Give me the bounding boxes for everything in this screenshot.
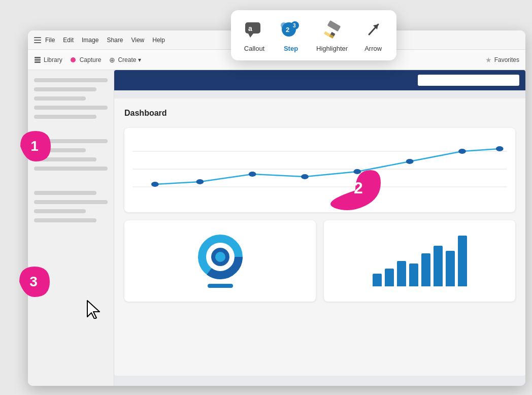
step-marker-1: 1 — [15, 126, 56, 167]
bar-8 — [458, 236, 467, 286]
step-1-number: 1 — [30, 138, 39, 154]
mouse-cursor — [85, 300, 102, 319]
svg-rect-12 — [35, 57, 41, 58]
search-bar[interactable] — [418, 75, 519, 86]
floating-toolbar: a Callout 2 3 Step H — [231, 10, 396, 60]
svg-point-20 — [249, 172, 256, 177]
menu-edit[interactable]: Edit — [63, 37, 74, 44]
top-bar — [114, 70, 525, 90]
bar-3 — [397, 261, 406, 286]
svg-point-18 — [151, 182, 159, 187]
svg-point-23 — [406, 159, 414, 164]
donut-base — [208, 284, 233, 288]
svg-text:3: 3 — [293, 23, 296, 28]
svg-point-6 — [281, 22, 287, 28]
bar-4 — [409, 264, 418, 286]
svg-point-29 — [215, 252, 225, 262]
sidebar-line-12 — [34, 209, 86, 213]
sidebar-line-9 — [34, 167, 108, 171]
svg-rect-7 — [327, 20, 341, 31]
library-icon — [34, 56, 41, 63]
favorites-button[interactable]: ★ Favorites — [485, 56, 519, 64]
svg-point-24 — [458, 149, 466, 154]
bar-6 — [434, 246, 443, 286]
create-button[interactable]: ⊕ Create ▾ — [109, 56, 141, 64]
donut-container — [197, 234, 243, 288]
plus-icon: ⊕ — [109, 56, 115, 64]
capture-dot-icon — [71, 57, 76, 62]
library-button[interactable]: Library — [34, 56, 62, 63]
line-chart — [132, 136, 507, 202]
bar-1 — [373, 274, 382, 286]
content-area: Dashboard — [114, 98, 525, 376]
line-chart-card — [124, 128, 515, 212]
bar-7 — [446, 251, 455, 286]
menu-view[interactable]: View — [131, 37, 144, 44]
highlighter-label: Highlighter — [316, 45, 348, 52]
callout-tool[interactable]: a Callout — [243, 18, 265, 52]
step-marker-3: 3 — [14, 261, 55, 302]
sidebar-line-13 — [34, 218, 96, 222]
sidebar-line-5 — [34, 115, 96, 119]
callout-label: Callout — [244, 45, 264, 52]
capture-label: Capture — [80, 56, 102, 63]
step-2-number: 2 — [354, 178, 363, 197]
sidebar-line-3 — [34, 96, 86, 101]
step-3-number: 3 — [29, 274, 38, 290]
svg-text:a: a — [248, 24, 252, 32]
favorites-label: Favorites — [494, 56, 519, 63]
bar-5 — [421, 253, 430, 286]
step-marker-2: 2 — [325, 162, 381, 218]
sidebar-line-1 — [34, 78, 108, 82]
cursor-icon — [85, 300, 102, 322]
svg-point-21 — [301, 174, 309, 179]
svg-text:2: 2 — [286, 26, 289, 34]
menu-share[interactable]: Share — [107, 37, 123, 44]
sidebar-line-11 — [34, 200, 108, 204]
sidebar-line-4 — [34, 106, 108, 110]
bar-2 — [385, 269, 394, 286]
arrow-label: Arrow — [364, 45, 382, 52]
svg-point-19 — [196, 179, 204, 184]
sidebar-line-2 — [34, 87, 96, 91]
sidebar-line-10 — [34, 191, 96, 195]
step-label: Step — [284, 45, 298, 52]
donut-chart-card — [124, 220, 316, 302]
arrow-icon — [362, 18, 384, 41]
main-content: Dashboard — [114, 70, 525, 386]
donut-chart — [197, 234, 243, 280]
dashboard-title: Dashboard — [124, 109, 515, 118]
menu-image[interactable]: Image — [82, 37, 98, 44]
step-2-shape — [325, 162, 381, 218]
svg-rect-0 — [245, 22, 260, 34]
callout-icon: a — [243, 18, 265, 41]
svg-marker-30 — [87, 301, 99, 319]
step-icon: 2 3 — [280, 18, 302, 41]
create-label: Create ▾ — [118, 56, 141, 63]
bar-chart — [373, 236, 467, 286]
svg-rect-14 — [35, 61, 41, 63]
app-content: Dashboard — [28, 70, 525, 386]
highlighter-icon — [321, 18, 343, 41]
app-window: File Edit Image Share View Help Library … — [28, 30, 525, 386]
svg-rect-13 — [35, 59, 41, 60]
bar-chart-card — [324, 220, 515, 302]
svg-point-25 — [496, 146, 504, 151]
step-tool[interactable]: 2 3 Step — [280, 18, 302, 52]
hamburger-icon — [34, 37, 41, 43]
capture-button[interactable]: Capture — [71, 56, 102, 63]
highlighter-tool[interactable]: Highlighter — [316, 18, 348, 52]
arrow-tool[interactable]: Arrow — [362, 18, 384, 52]
menu-help[interactable]: Help — [152, 37, 165, 44]
menu-file[interactable]: File — [45, 37, 55, 44]
star-icon: ★ — [485, 56, 492, 64]
bottom-cards — [124, 220, 515, 302]
sidebar — [28, 70, 114, 386]
library-label: Library — [44, 56, 62, 63]
menu-items: File Edit Image Share View Help — [45, 37, 165, 44]
